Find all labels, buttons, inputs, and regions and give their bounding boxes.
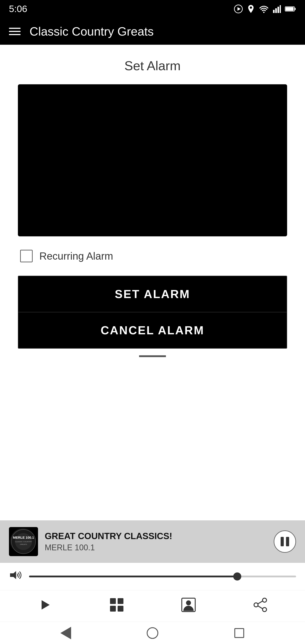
station-logo: MERLE 100.1 CLASSIC COUNTRY GREATS: [9, 527, 38, 556]
contact-nav-button[interactable]: [174, 595, 203, 615]
app-bar-title: Classic Country Greats: [30, 24, 154, 38]
svg-point-25: [254, 603, 258, 607]
station-logo-inner: MERLE 100.1 CLASSIC COUNTRY GREATS: [10, 528, 37, 555]
grid-nav-button[interactable]: [102, 595, 131, 615]
svg-point-24: [262, 598, 266, 602]
pause-button[interactable]: [274, 530, 296, 553]
wifi-icon: [259, 5, 269, 13]
system-back-button[interactable]: [58, 625, 74, 641]
svg-rect-7: [280, 5, 281, 13]
svg-rect-20: [110, 606, 116, 612]
menu-button[interactable]: [9, 28, 20, 35]
alarm-buttons-container: SET ALARM CANCEL ALARM: [18, 276, 287, 348]
station-logo-svg: MERLE 100.1 CLASSIC COUNTRY GREATS: [11, 529, 36, 554]
recurring-alarm-label: Recurring Alarm: [39, 250, 113, 262]
grid-nav-icon: [109, 597, 124, 613]
page-title: Set Alarm: [18, 58, 287, 73]
alarm-time-picker[interactable]: [18, 84, 287, 236]
contact-nav-icon: [181, 597, 196, 613]
system-nav-bar: [0, 622, 305, 644]
volume-fill: [29, 576, 237, 577]
svg-rect-10: [286, 7, 294, 11]
play-nav-button[interactable]: [30, 595, 60, 615]
svg-text:GREATS: GREATS: [20, 544, 27, 546]
share-nav-button[interactable]: [246, 595, 275, 615]
svg-text:CLASSIC COUNTRY: CLASSIC COUNTRY: [15, 541, 32, 543]
pause-icon: [281, 537, 289, 546]
svg-point-26: [262, 608, 266, 612]
svg-line-28: [258, 606, 262, 609]
svg-rect-6: [278, 7, 279, 13]
svg-marker-16: [10, 571, 16, 579]
svg-marker-17: [42, 600, 50, 610]
svg-point-3: [263, 12, 264, 13]
play-circle-icon: [234, 4, 243, 14]
volume-thumb[interactable]: [233, 572, 241, 580]
svg-point-23: [186, 600, 191, 605]
cancel-alarm-button[interactable]: CANCEL ALARM: [18, 312, 287, 348]
svg-rect-9: [294, 8, 296, 10]
svg-rect-18: [110, 598, 116, 604]
main-content: Set Alarm Recurring Alarm SET ALARM CANC…: [0, 45, 305, 520]
cell-signal-icon: [273, 5, 281, 13]
recents-square-icon: [234, 628, 244, 638]
drag-handle: [139, 355, 166, 357]
play-nav-icon: [37, 597, 53, 613]
svg-line-27: [258, 601, 262, 604]
svg-rect-19: [118, 598, 124, 604]
home-circle-icon: [147, 627, 158, 639]
recurring-alarm-checkbox[interactable]: [20, 250, 33, 262]
now-playing-bar: MERLE 100.1 CLASSIC COUNTRY GREATS GREAT…: [0, 520, 305, 563]
bottom-nav: [0, 590, 305, 622]
svg-rect-4: [273, 10, 274, 13]
system-recents-button[interactable]: [232, 625, 247, 641]
status-time: 5:06: [9, 4, 27, 14]
svg-marker-1: [238, 7, 240, 11]
volume-icon: [9, 570, 22, 584]
station-info: GREAT COUNTRY CLASSICS! MERLE 100.1: [45, 531, 267, 552]
set-alarm-button[interactable]: SET ALARM: [18, 276, 287, 312]
back-arrow-icon: [60, 627, 71, 639]
system-home-button[interactable]: [145, 625, 160, 641]
drag-handle-area: [18, 348, 287, 364]
status-icons: [234, 4, 296, 14]
recurring-alarm-row: Recurring Alarm: [18, 250, 287, 262]
status-bar: 5:06: [0, 0, 305, 18]
svg-text:MERLE 100.1: MERLE 100.1: [13, 536, 34, 539]
volume-track[interactable]: [29, 576, 296, 577]
location-icon: [247, 4, 255, 14]
svg-rect-21: [118, 606, 124, 612]
battery-icon: [285, 6, 296, 12]
share-nav-icon: [252, 597, 268, 613]
app-bar: Classic Country Greats: [0, 18, 305, 45]
station-name: MERLE 100.1: [45, 543, 267, 552]
svg-point-2: [250, 6, 252, 9]
svg-rect-5: [275, 8, 277, 13]
station-program: GREAT COUNTRY CLASSICS!: [45, 531, 267, 541]
volume-bar-row: [0, 563, 305, 590]
